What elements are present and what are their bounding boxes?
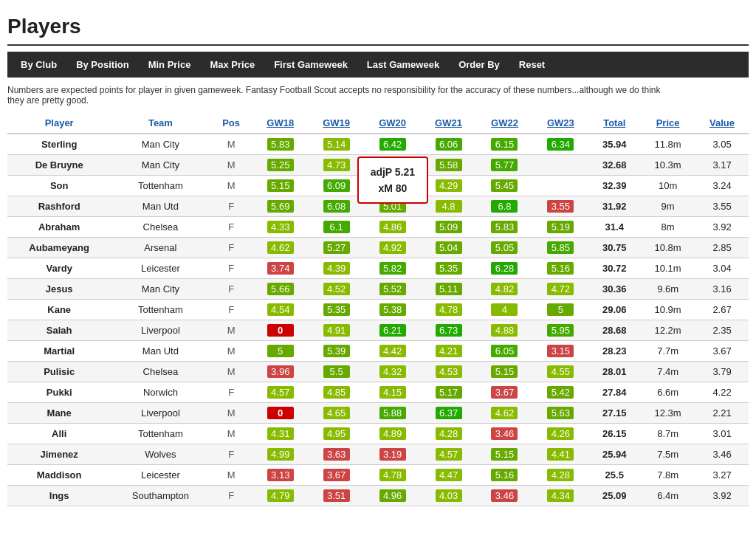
pos-cell: M (210, 155, 252, 176)
pos-cell: M (210, 362, 252, 382)
col-header-gw19[interactable]: GW19 (309, 113, 365, 134)
stat-cell: 4.15 (365, 382, 421, 403)
stat-cell: 4.73 (309, 155, 365, 176)
stat-cell: 3.13 (252, 465, 309, 486)
col-header-player: Player (7, 113, 111, 134)
team-cell: Chelsea (111, 362, 210, 382)
stat-cell: 4.34 (532, 486, 588, 506)
stat-cell: 3.46 (477, 424, 533, 444)
stat-cell: 5.11 (421, 279, 477, 300)
table-row: PukkiNorwichF4.574.854.155.173.675.4227.… (7, 382, 749, 403)
table-row: MartialMan UtdM55.394.424.216.053.1528.2… (7, 341, 749, 362)
pos-cell: F (210, 382, 252, 403)
stat-cell: 4.54 (252, 300, 309, 320)
table-row: AbrahamChelseaF4.336.14.865.095.835.1931… (7, 217, 749, 238)
stat-cell: 4.91 (309, 320, 365, 341)
stat-cell: 25.94 (588, 444, 640, 465)
stat-cell: 6.4m (640, 486, 695, 506)
stat-cell: 6.28 (477, 258, 533, 279)
stat-cell (365, 155, 421, 176)
stat-cell: 6.37 (421, 403, 477, 424)
stat-cell: 5.77 (477, 155, 533, 176)
reset-btn[interactable]: Reset (513, 56, 551, 73)
stat-cell: 5.5 (309, 362, 365, 382)
stat-cell: 5.38 (365, 300, 421, 320)
team-cell: Southampton (111, 486, 210, 506)
stat-cell: 4.89 (365, 424, 421, 444)
col-header-gw23[interactable]: GW23 (532, 113, 588, 134)
player-name-cell: Alli (7, 424, 111, 444)
stat-cell: 3.51 (309, 486, 365, 506)
stat-cell (532, 176, 588, 196)
stat-cell: 5.04 (421, 238, 477, 258)
stat-cell: 4.95 (309, 424, 365, 444)
stat-cell: 8m (640, 217, 695, 238)
stat-cell: 4.47 (421, 465, 477, 486)
stat-cell: 6.8 (477, 196, 533, 217)
col-header-gw18[interactable]: GW18 (252, 113, 309, 134)
player-name-cell: Maddison (7, 465, 111, 486)
table-row: AubameyangArsenalF4.625.274.925.045.055.… (7, 238, 749, 258)
table-row: VardyLeicesterF3.744.395.825.356.285.163… (7, 258, 749, 279)
pos-cell: M (210, 176, 252, 196)
stat-cell: 30.72 (588, 258, 640, 279)
stat-cell: 5 (532, 300, 588, 320)
col-header-value[interactable]: Value (695, 113, 749, 134)
pos-cell: F (210, 217, 252, 238)
stat-cell: 5.35 (421, 258, 477, 279)
table-row: SalahLiverpoolM04.916.216.734.885.9528.6… (7, 320, 749, 341)
team-cell: Man Utd (111, 341, 210, 362)
col-header-total[interactable]: Total (588, 113, 640, 134)
stat-cell: 7.8m (640, 465, 695, 486)
stat-cell: 12.2m (640, 320, 695, 341)
stat-cell: 27.84 (588, 382, 640, 403)
stat-cell: 31.92 (588, 196, 640, 217)
stat-cell: 5.58 (421, 155, 477, 176)
player-name-cell: Jesus (7, 279, 111, 300)
table-row: JimenezWolvesF4.993.633.194.575.154.4125… (7, 444, 749, 465)
team-cell: Man Utd (111, 196, 210, 217)
order-by-btn[interactable]: Order By (453, 56, 506, 73)
stat-cell: 3.15 (532, 341, 588, 362)
team-cell: Leicester (111, 258, 210, 279)
stat-cell: 5.16 (477, 465, 533, 486)
pos-cell: M (210, 341, 252, 362)
stat-cell: 3.05 (695, 134, 749, 155)
stat-cell: 3.92 (695, 217, 749, 238)
stat-cell: 32.68 (588, 155, 640, 176)
last-gameweek-btn[interactable]: Last Gameweek (361, 56, 445, 73)
player-name-cell: Martial (7, 341, 111, 362)
stat-cell: 3.74 (252, 258, 309, 279)
player-name-cell: De Bruyne (7, 155, 111, 176)
stat-cell: 4.32 (365, 362, 421, 382)
player-name-cell: Mane (7, 403, 111, 424)
stat-cell: 4.28 (421, 424, 477, 444)
col-header-price[interactable]: Price (640, 113, 695, 134)
stat-cell: 35.94 (588, 134, 640, 155)
stat-cell: 5.69 (252, 196, 309, 217)
min-price-btn[interactable]: Min Price (142, 56, 197, 73)
stat-cell: 3.27 (695, 465, 749, 486)
pos-cell: M (210, 320, 252, 341)
stat-cell: 5.95 (532, 320, 588, 341)
team-cell: Liverpool (111, 320, 210, 341)
stat-cell: 4.42 (365, 341, 421, 362)
stat-cell: 4.29 (421, 176, 477, 196)
by-club-btn[interactable]: By Club (15, 56, 63, 73)
stat-cell: 4.78 (421, 300, 477, 320)
first-gameweek-btn[interactable]: First Gameweek (268, 56, 354, 73)
max-price-btn[interactable]: Max Price (204, 56, 261, 73)
stat-cell: 2.35 (695, 320, 749, 341)
stat-cell: 0 (252, 320, 309, 341)
table-wrapper: PlayerTeamPosGW18GW19GW20GW21GW22GW23Tot… (7, 113, 749, 506)
stat-cell: 8.7m (640, 424, 695, 444)
stat-cell: 28.01 (588, 362, 640, 382)
col-header-gw21[interactable]: GW21 (421, 113, 477, 134)
by-position-btn[interactable]: By Position (70, 56, 135, 73)
player-name-cell: Pulisic (7, 362, 111, 382)
col-header-gw20[interactable]: GW20 (365, 113, 421, 134)
col-header-gw22[interactable]: GW22 (477, 113, 533, 134)
stat-cell: 10.8m (640, 238, 695, 258)
stat-cell: 6.09 (309, 176, 365, 196)
stat-cell: 4.22 (695, 382, 749, 403)
